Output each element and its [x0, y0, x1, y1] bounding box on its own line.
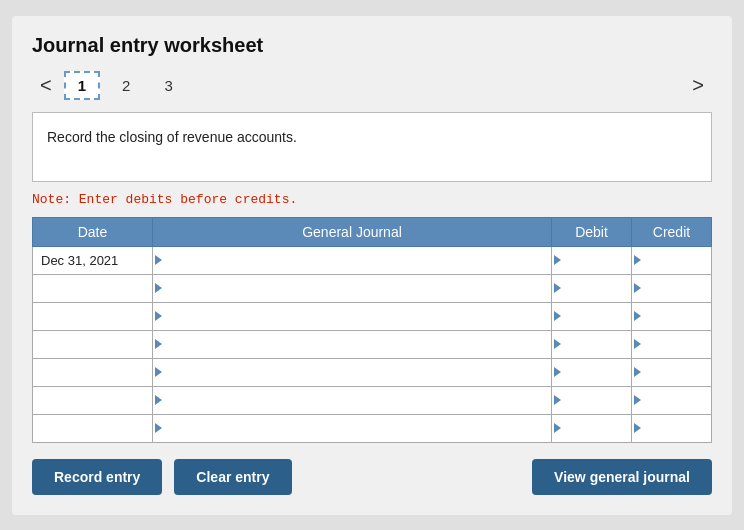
journal-table: Date General Journal Debit Credit Dec 31… [32, 217, 712, 443]
credit-cell[interactable] [632, 358, 712, 386]
instruction-text: Record the closing of revenue accounts. [47, 129, 297, 145]
main-container: Journal entry worksheet < 1 2 3 > Record… [12, 16, 732, 515]
table-row [33, 330, 712, 358]
general-journal-input[interactable] [153, 247, 551, 274]
general-journal-cell[interactable] [153, 274, 552, 302]
next-arrow[interactable]: > [684, 72, 712, 99]
table-row [33, 386, 712, 414]
general-journal-input[interactable] [153, 387, 551, 414]
credit-cell[interactable] [632, 414, 712, 442]
view-journal-button[interactable]: View general journal [532, 459, 712, 495]
debit-cell[interactable] [552, 302, 632, 330]
header-credit: Credit [632, 217, 712, 246]
row-indicator [554, 311, 561, 321]
row-indicator [554, 367, 561, 377]
row-indicator [155, 283, 162, 293]
row-indicator [554, 395, 561, 405]
debit-input[interactable] [552, 415, 631, 442]
debit-input[interactable] [552, 303, 631, 330]
general-journal-input[interactable] [153, 275, 551, 302]
row-indicator [155, 423, 162, 433]
tabs-container: 1 2 3 [64, 71, 185, 100]
credit-input[interactable] [632, 359, 711, 386]
debit-cell[interactable] [552, 386, 632, 414]
debit-cell[interactable] [552, 274, 632, 302]
date-cell: Dec 31, 2021 [33, 246, 153, 274]
general-journal-input[interactable] [153, 331, 551, 358]
button-row: Record entry Clear entry View general jo… [32, 459, 712, 495]
tab-1[interactable]: 1 [64, 71, 100, 100]
general-journal-input[interactable] [153, 415, 551, 442]
table-row [33, 414, 712, 442]
row-indicator [634, 367, 641, 377]
row-indicator [634, 255, 641, 265]
table-row [33, 358, 712, 386]
debit-input[interactable] [552, 331, 631, 358]
general-journal-cell[interactable] [153, 386, 552, 414]
header-date: Date [33, 217, 153, 246]
tab-navigation: < 1 2 3 > [32, 71, 712, 100]
row-indicator [155, 367, 162, 377]
credit-input[interactable] [632, 247, 711, 274]
row-indicator [554, 339, 561, 349]
note-text: Note: Enter debits before credits. [32, 192, 712, 207]
general-journal-input[interactable] [153, 303, 551, 330]
credit-cell[interactable] [632, 386, 712, 414]
date-cell [33, 386, 153, 414]
page-title: Journal entry worksheet [32, 34, 712, 57]
general-journal-cell[interactable] [153, 358, 552, 386]
general-journal-cell[interactable] [153, 302, 552, 330]
general-journal-cell[interactable] [153, 246, 552, 274]
clear-entry-button[interactable]: Clear entry [174, 459, 291, 495]
debit-input[interactable] [552, 359, 631, 386]
debit-input[interactable] [552, 275, 631, 302]
row-indicator [634, 339, 641, 349]
table-row: Dec 31, 2021 [33, 246, 712, 274]
debit-input[interactable] [552, 387, 631, 414]
row-indicator [634, 395, 641, 405]
table-row [33, 302, 712, 330]
credit-cell[interactable] [632, 302, 712, 330]
prev-arrow[interactable]: < [32, 72, 60, 99]
row-indicator [155, 339, 162, 349]
row-indicator [155, 311, 162, 321]
date-cell [33, 302, 153, 330]
row-indicator [554, 283, 561, 293]
debit-cell[interactable] [552, 330, 632, 358]
row-indicator [554, 255, 561, 265]
credit-cell[interactable] [632, 274, 712, 302]
date-cell [33, 414, 153, 442]
row-indicator [634, 283, 641, 293]
credit-input[interactable] [632, 331, 711, 358]
date-cell [33, 330, 153, 358]
date-cell [33, 274, 153, 302]
row-indicator [634, 311, 641, 321]
debit-input[interactable] [552, 247, 631, 274]
tab-3[interactable]: 3 [152, 73, 184, 98]
credit-cell[interactable] [632, 246, 712, 274]
credit-input[interactable] [632, 387, 711, 414]
row-indicator [155, 255, 162, 265]
row-indicator [554, 423, 561, 433]
instruction-box: Record the closing of revenue accounts. [32, 112, 712, 182]
header-debit: Debit [552, 217, 632, 246]
table-row [33, 274, 712, 302]
debit-cell[interactable] [552, 414, 632, 442]
general-journal-cell[interactable] [153, 414, 552, 442]
credit-cell[interactable] [632, 330, 712, 358]
header-general-journal: General Journal [153, 217, 552, 246]
row-indicator [634, 423, 641, 433]
record-entry-button[interactable]: Record entry [32, 459, 162, 495]
general-journal-input[interactable] [153, 359, 551, 386]
credit-input[interactable] [632, 303, 711, 330]
debit-cell[interactable] [552, 358, 632, 386]
row-indicator [155, 395, 162, 405]
credit-input[interactable] [632, 415, 711, 442]
date-cell [33, 358, 153, 386]
credit-input[interactable] [632, 275, 711, 302]
tab-2[interactable]: 2 [110, 73, 142, 98]
debit-cell[interactable] [552, 246, 632, 274]
general-journal-cell[interactable] [153, 330, 552, 358]
